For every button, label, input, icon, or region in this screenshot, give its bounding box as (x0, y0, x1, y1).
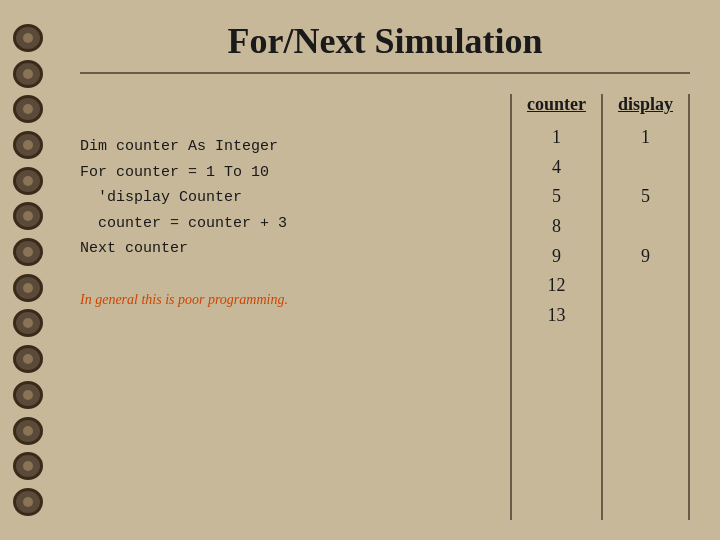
display-val-3: 5 (618, 182, 673, 212)
display-val-2 (618, 153, 673, 183)
code-line-1: Dim counter As Integer (80, 134, 510, 160)
spiral-ring (13, 488, 43, 516)
spiral-ring (13, 381, 43, 409)
counter-val-4: 8 (527, 212, 586, 242)
display-val-5: 9 (618, 242, 673, 272)
code-line-3: 'display Counter (80, 185, 510, 211)
display-val-1: 1 (618, 123, 673, 153)
counter-val-5: 9 (527, 242, 586, 272)
spiral-ring (13, 131, 43, 159)
counter-val-6: 12 (527, 271, 586, 301)
display-val-6 (618, 271, 673, 301)
counter-val-7: 13 (527, 301, 586, 331)
code-line-5: Next counter (80, 236, 510, 262)
code-line-2: For counter = 1 To 10 (80, 160, 510, 186)
counter-val-3: 5 (527, 182, 586, 212)
spiral-ring (13, 309, 43, 337)
counter-val-2: 4 (527, 153, 586, 183)
slide-title: For/Next Simulation (80, 20, 690, 62)
spiral-ring (13, 274, 43, 302)
display-val-4 (618, 212, 673, 242)
spiral-ring (13, 202, 43, 230)
counter-header: counter (527, 94, 586, 115)
display-val-7 (618, 301, 673, 331)
counter-val-1: 1 (527, 123, 586, 153)
note-line: In general this is poor programming. (80, 292, 510, 308)
code-line-4: counter = counter + 3 (80, 211, 510, 237)
spiral-ring (13, 238, 43, 266)
main-area: Dim counter As Integer For counter = 1 T… (80, 94, 690, 520)
spiral-ring (13, 24, 43, 52)
spiral-ring (13, 60, 43, 88)
table-section: counter 1 4 5 8 9 12 13 display 1 5 9 (510, 94, 690, 520)
title-divider (80, 72, 690, 74)
spiral-binding (0, 0, 55, 540)
display-header: display (618, 94, 673, 115)
display-column: display 1 5 9 (601, 94, 690, 520)
slide: For/Next Simulation Dim counter As Integ… (0, 0, 720, 540)
spiral-ring (13, 417, 43, 445)
spiral-ring (13, 167, 43, 195)
spiral-ring (13, 95, 43, 123)
code-section: Dim counter As Integer For counter = 1 T… (80, 94, 510, 520)
counter-column: counter 1 4 5 8 9 12 13 (510, 94, 601, 520)
spiral-ring (13, 345, 43, 373)
spiral-ring (13, 452, 43, 480)
content-area: For/Next Simulation Dim counter As Integ… (60, 0, 720, 540)
